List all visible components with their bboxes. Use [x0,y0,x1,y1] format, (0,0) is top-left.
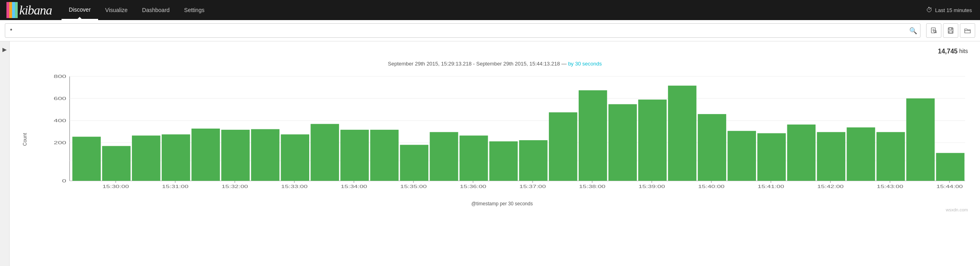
svg-text:200: 200 [54,140,66,145]
bar-8[interactable] [310,124,339,181]
y-axis-label: Count [22,133,28,146]
svg-text:15:33:00: 15:33:00 [281,184,308,189]
bar-4[interactable] [191,129,220,181]
by-30-seconds-link[interactable]: by 30 seconds [568,61,602,67]
bar-14[interactable] [489,141,518,181]
toolbar-icons [926,23,975,38]
svg-text:15:40:00: 15:40:00 [698,184,725,189]
bar-7[interactable] [281,134,309,181]
svg-text:15:42:00: 15:42:00 [817,184,844,189]
nav-items: Discover Visualize Dashboard Settings [62,0,212,20]
bar-22[interactable] [727,131,756,181]
nav-item-dashboard[interactable]: Dashboard [135,0,177,20]
watermark: wsxdn.com [18,207,972,212]
bar-11[interactable] [400,145,429,181]
bar-2[interactable] [132,135,160,181]
bar-9[interactable] [340,130,369,181]
svg-text:0: 0 [62,178,66,183]
svg-text:15:38:00: 15:38:00 [579,184,606,189]
bar-10[interactable] [370,130,399,181]
hits-count: 14,745 [938,48,957,55]
new-search-button[interactable] [926,23,941,38]
svg-rect-6 [949,28,952,30]
bar-20[interactable] [668,86,696,181]
chart-wrapper: Count 800 600 400 20 [18,72,972,207]
svg-text:15:30:00: 15:30:00 [103,184,129,189]
stripe-yellow [9,2,12,18]
svg-text:15:41:00: 15:41:00 [758,184,784,189]
nav-item-discover[interactable]: Discover [62,0,98,20]
nav-item-settings[interactable]: Settings [177,0,212,20]
svg-text:15:35:00: 15:35:00 [400,184,427,189]
svg-text:15:32:00: 15:32:00 [222,184,248,189]
svg-text:15:31:00: 15:31:00 [162,184,189,189]
bar-24[interactable] [787,125,816,181]
y-axis-label-container: Count [18,72,32,207]
bar-29[interactable] [936,153,965,181]
chart-svg-container: 800 600 400 200 0 15:30:0015:31:0015:32:… [32,72,972,207]
svg-text:15:44:00: 15:44:00 [936,184,963,189]
svg-text:400: 400 [54,118,66,123]
chart-area: 14,745 hits September 29th 2015, 15:29:1… [10,41,980,266]
load-search-button[interactable] [960,23,975,38]
bar-16[interactable] [549,113,577,181]
bar-21[interactable] [698,114,726,181]
svg-text:15:36:00: 15:36:00 [460,184,486,189]
stripe-green [15,2,18,18]
bar-26[interactable] [847,127,875,181]
svg-text:15:37:00: 15:37:00 [520,184,546,189]
save-icon [947,27,954,34]
svg-text:600: 600 [54,96,66,101]
search-button[interactable]: 🔍 [905,25,921,37]
bar-17[interactable] [579,90,607,181]
x-axis-label: @timestamp per 30 seconds [32,201,972,207]
bar-0[interactable] [72,137,101,181]
svg-text:800: 800 [54,74,66,79]
svg-text:15:43:00: 15:43:00 [877,184,903,189]
top-nav: kibana Discover Visualize Dashboard Sett… [0,0,980,20]
nav-item-visualize[interactable]: Visualize [98,0,135,20]
save-search-button[interactable] [943,23,958,38]
nav-right[interactable]: ⏱ Last 15 minutes [926,6,980,14]
folder-open-icon [964,27,971,34]
svg-text:15:34:00: 15:34:00 [341,184,367,189]
bar-12[interactable] [430,132,458,181]
logo-stripes [6,2,18,18]
hits-label: hits [959,48,968,55]
bar-6[interactable] [251,129,279,181]
svg-point-4 [934,30,936,33]
bar-15[interactable] [519,140,548,181]
bar-28[interactable] [906,98,935,181]
main-content: ▶ 14,745 hits September 29th 2015, 15:29… [0,41,980,266]
hits-bar: 14,745 hits [18,45,972,57]
svg-rect-7 [949,31,952,33]
date-range-text: September 29th 2015, 15:29:13.218 - Sept… [388,61,567,67]
histogram-chart: 800 600 400 200 0 15:30:0015:31:0015:32:… [32,72,972,201]
bar-19[interactable] [638,100,667,181]
sidebar-toggle[interactable]: ▶ [0,41,10,266]
bar-13[interactable] [460,135,488,181]
search-bar: 🔍 [0,20,980,41]
bar-25[interactable] [817,132,845,181]
date-range: September 29th 2015, 15:29:13.218 - Sept… [18,61,972,67]
clock-icon: ⏱ [926,6,933,14]
bar-1[interactable] [102,146,131,181]
bar-18[interactable] [608,104,637,181]
search-input[interactable] [5,23,920,38]
svg-text:15:39:00: 15:39:00 [639,184,665,189]
bar-27[interactable] [877,132,905,181]
logo-area: kibana [0,0,58,20]
stripe-pink [6,2,9,18]
time-filter-label: Last 15 minutes [935,7,972,13]
bar-5[interactable] [221,130,250,181]
stripe-teal [12,2,15,18]
bar-3[interactable] [162,134,190,181]
logo-text: kibana [19,3,52,18]
new-search-icon [931,27,937,34]
bar-23[interactable] [757,133,786,181]
